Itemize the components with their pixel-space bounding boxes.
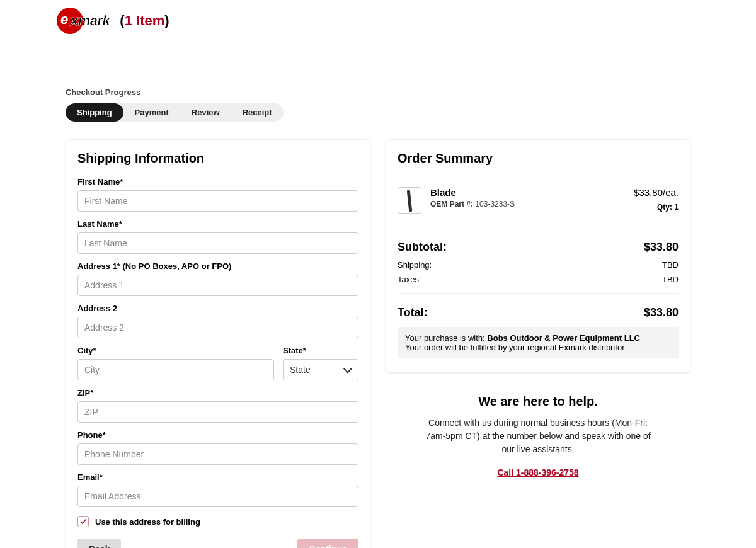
use-billing-label: Use this address for billing	[95, 517, 200, 527]
checkmark-icon	[79, 518, 87, 525]
city-input[interactable]	[77, 359, 274, 380]
state-label: State*	[283, 346, 358, 355]
shipping-card: Shipping Information First Name* Last Na…	[66, 139, 370, 548]
address2-input[interactable]	[77, 317, 358, 338]
subtotal-row: Subtotal: $33.80	[398, 234, 679, 258]
order-summary-card: Order Summary Blade OEM Part #: 103-3233…	[386, 139, 690, 373]
shipping-heading: Shipping Information	[77, 151, 358, 166]
zip-input[interactable]	[77, 401, 358, 423]
address1-input[interactable]	[77, 275, 358, 296]
help-heading: We are here to help.	[386, 394, 690, 409]
cart-item-count: (1 Item)	[120, 13, 169, 29]
phone-input[interactable]	[77, 443, 358, 465]
product-thumbnail	[398, 187, 421, 214]
dealer-note: Your purchase is with: Bobs Outdoor & Po…	[398, 327, 679, 358]
order-summary-heading: Order Summary	[398, 151, 679, 166]
brand-logo-text: xmark	[71, 13, 110, 29]
top-header: e xmark (1 Item)	[0, 0, 756, 43]
progress-tab-receipt[interactable]: Receipt	[231, 103, 284, 122]
last-name-label: Last Name*	[77, 219, 358, 229]
use-billing-checkbox[interactable]	[77, 516, 89, 527]
progress-tab-review[interactable]: Review	[180, 103, 231, 122]
first-name-input[interactable]	[77, 190, 358, 212]
back-button[interactable]: Back	[77, 539, 121, 548]
phone-label: Phone*	[77, 430, 358, 440]
continue-button[interactable]: Continue	[297, 539, 358, 548]
city-label: City*	[77, 346, 274, 355]
state-select[interactable]: State	[283, 359, 358, 380]
shipping-row: Shipping: TBD	[398, 258, 679, 272]
taxes-row: Taxes: TBD	[398, 272, 679, 287]
zip-label: ZIP*	[77, 388, 358, 397]
help-section: We are here to help. Connect with us dur…	[386, 394, 690, 478]
progress-tab-payment[interactable]: Payment	[123, 103, 180, 122]
address1-label: Address 1* (No PO Boxes, APO or FPO)	[77, 261, 358, 271]
email-label: Email*	[77, 472, 358, 482]
checkout-progress-label: Checkout Progress	[66, 88, 690, 97]
product-oem: OEM Part #: 103-3233-S	[430, 200, 625, 208]
last-name-input[interactable]	[77, 232, 358, 254]
checkout-progress-tabs: Shipping Payment Review Receipt	[66, 103, 284, 122]
product-name: Blade	[430, 187, 625, 198]
progress-tab-shipping[interactable]: Shipping	[66, 103, 123, 122]
product-qty: Qty: 1	[634, 203, 679, 212]
order-item: Blade OEM Part #: 103-3233-S $33.80/ea. …	[398, 177, 679, 224]
brand-logo[interactable]: e xmark	[57, 8, 110, 34]
first-name-label: First Name*	[77, 177, 358, 186]
help-body: Connect with us during normal business h…	[418, 416, 658, 456]
help-phone-link[interactable]: Call 1-888-396-2758	[497, 467, 578, 477]
product-price: $33.80/ea.	[634, 187, 679, 198]
email-input[interactable]	[77, 486, 358, 507]
address2-label: Address 2	[77, 304, 358, 313]
total-row: Total: $33.80	[398, 300, 679, 323]
